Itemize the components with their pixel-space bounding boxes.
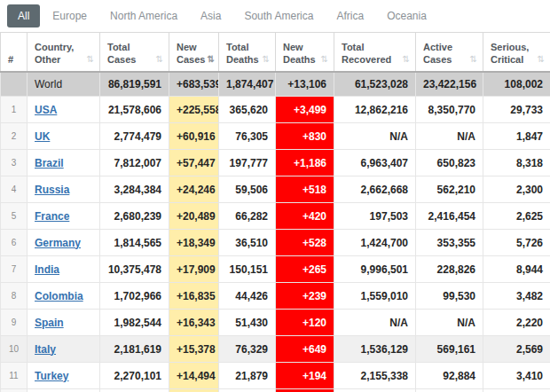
column-label-line2: Deaths	[283, 53, 316, 66]
country-link[interactable]: India	[35, 263, 59, 276]
total-cases-cell: 2,680,239	[100, 203, 169, 230]
sort-icon[interactable]: ⇅	[319, 53, 328, 66]
total-deaths-cell: 76,329	[219, 336, 276, 363]
country-link[interactable]: Colombia	[35, 290, 83, 302]
tab-asia[interactable]: Asia	[190, 4, 232, 27]
country-cell: UK	[28, 123, 100, 150]
sort-icon[interactable]: ⇅	[261, 53, 270, 66]
total-cases-cell: 86,819,591	[100, 72, 169, 97]
serious-critical-cell: 3,482	[483, 283, 550, 310]
country-link[interactable]: Germany	[35, 237, 81, 249]
total-deaths-cell: 21,879	[219, 363, 276, 389]
rank-cell: 9	[1, 310, 28, 336]
tab-north-america[interactable]: North America	[99, 4, 188, 27]
country-link[interactable]: Spain	[35, 317, 64, 329]
total-deaths-cell: 66,282	[219, 203, 276, 230]
country-link[interactable]: France	[35, 210, 69, 223]
serious-critical-cell: 2,625	[483, 203, 550, 230]
column-label-line2: Cases	[423, 53, 452, 66]
total-deaths-cell: 59,506	[219, 176, 276, 203]
column-label-line1: Total	[107, 41, 163, 53]
country-cell	[28, 389, 100, 392]
covid-stats-table: #Country,Other⇅TotalCases⇅NewCases⇅Total…	[0, 32, 550, 392]
total-deaths-cell: 365,620	[219, 97, 276, 123]
sort-icon[interactable]: ⇅	[205, 53, 214, 66]
new-cases-cell: +20,489	[169, 203, 219, 230]
table-row: 11Turkey2,270,101+14,49421,879+1942,155,…	[1, 363, 550, 389]
new-deaths-cell: +120	[276, 310, 334, 336]
total-deaths-cell: 76,305	[219, 123, 276, 150]
total-recovered-cell: N/A	[334, 123, 416, 150]
country-cell: France	[28, 203, 100, 230]
serious-critical-cell: 108,002	[483, 72, 550, 97]
country-link[interactable]: Turkey	[35, 370, 68, 382]
serious-critical-cell: 29,733	[483, 97, 550, 123]
table-row: 8Colombia1,702,966+16,83544,426+2391,559…	[1, 283, 550, 310]
country-cell: Russia	[28, 176, 100, 203]
country-cell: Turkey	[28, 363, 100, 389]
country-link[interactable]: USA	[35, 104, 57, 116]
total-deaths-cell	[219, 389, 276, 392]
rank-cell: 3	[1, 150, 28, 176]
serious-critical-cell: 8,944	[483, 256, 550, 283]
column-label-line1: Serious,	[491, 41, 545, 53]
sort-icon[interactable]: ⇅	[468, 53, 477, 66]
tab-south-america[interactable]: South America	[233, 4, 324, 27]
sort-icon[interactable]: ⇅	[85, 53, 94, 66]
active-cases-cell: 23,422,156	[416, 72, 483, 97]
country-cell: Germany	[28, 230, 100, 256]
column-header-serious-critical[interactable]: Serious,Critical⇅	[483, 33, 550, 72]
table-header-row: #Country,Other⇅TotalCases⇅NewCases⇅Total…	[1, 33, 550, 72]
country-cell: Brazil	[28, 150, 100, 176]
total-recovered-cell: 6,963,407	[334, 150, 416, 176]
new-deaths-cell: +830	[276, 123, 334, 150]
new-deaths-cell: +649	[276, 336, 334, 363]
active-cases-cell: 92,884	[416, 363, 483, 389]
active-cases-cell: 2,416,454	[416, 203, 483, 230]
table-row: 6Germany1,814,565+18,34936,510+5281,424,…	[1, 230, 550, 256]
new-deaths-cell: +265	[276, 256, 334, 283]
column-header-total-recovered[interactable]: TotalRecovered⇅	[334, 33, 416, 72]
column-header-total-deaths[interactable]: TotalDeaths⇅	[219, 33, 276, 72]
column-header-active-cases[interactable]: ActiveCases⇅	[416, 33, 483, 72]
rank-cell: 7	[1, 256, 28, 283]
active-cases-cell: N/A	[416, 310, 483, 336]
active-cases-cell: N/A	[416, 123, 483, 150]
column-label-line1: Total	[226, 41, 270, 53]
tab-oceania[interactable]: Oceania	[376, 4, 437, 27]
column-header-new-cases[interactable]: NewCases⇅	[169, 33, 219, 72]
country-link[interactable]: Russia	[35, 184, 69, 196]
total-recovered-cell: 1,559,010	[334, 283, 416, 310]
table-row: 3Brazil7,812,007+57,447197,777+1,1866,96…	[1, 150, 550, 176]
sort-icon[interactable]: ⇅	[154, 53, 163, 66]
column-label-line2: Deaths	[226, 53, 259, 66]
rank-cell: 11	[1, 363, 28, 389]
serious-critical-cell: 3,410	[483, 363, 550, 389]
total-recovered-cell: 197,503	[334, 203, 416, 230]
country-link[interactable]: UK	[35, 130, 50, 143]
total-recovered-cell: 12,862,216	[334, 97, 416, 123]
total-recovered-cell: 1,424,700	[334, 230, 416, 256]
total-cases-cell: 21,578,606	[100, 97, 169, 123]
column-header-country[interactable]: Country,Other⇅	[28, 33, 100, 72]
country-cell: Spain	[28, 310, 100, 336]
tab-europe[interactable]: Europe	[42, 4, 98, 27]
column-header-new-deaths[interactable]: NewDeaths⇅	[276, 33, 334, 72]
total-cases-cell	[100, 389, 169, 392]
tab-africa[interactable]: Africa	[326, 4, 374, 27]
total-recovered-cell: 61,523,028	[334, 72, 416, 97]
country-link[interactable]: Italy	[35, 343, 56, 356]
new-deaths-cell: +13,106	[276, 72, 334, 97]
sort-icon[interactable]: ⇅	[401, 53, 410, 66]
partial-row	[1, 389, 550, 392]
new-deaths-cell: +518	[276, 176, 334, 203]
new-cases-cell: +683,539	[169, 72, 219, 97]
total-deaths-cell: 51,430	[219, 310, 276, 336]
column-label-line2: #	[8, 53, 13, 66]
total-cases-cell: 2,774,479	[100, 123, 169, 150]
tab-all[interactable]: All	[7, 4, 40, 27]
sort-icon[interactable]: ⇅	[536, 53, 545, 66]
country-link[interactable]: Brazil	[35, 157, 64, 169]
column-header-total-cases[interactable]: TotalCases⇅	[100, 33, 169, 72]
table-row: 10Italy2,181,619+15,37876,329+6491,536,1…	[1, 336, 550, 363]
